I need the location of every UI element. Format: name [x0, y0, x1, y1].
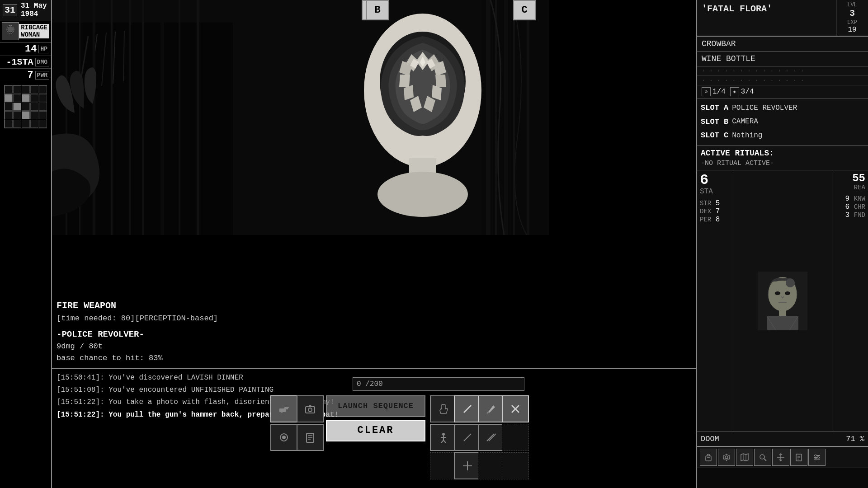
action-icon-x[interactable] [502, 395, 529, 422]
action-icon-plus[interactable] [454, 452, 481, 479]
left-panel: 31 31 May 1984 RIBCAGE WOMAN 14 HP -1STA… [0, 0, 52, 488]
log-line-1: [15:50:41]: You've discovered LAVISH DIN… [57, 372, 364, 384]
grid-cell [13, 103, 21, 111]
portrait-svg [758, 272, 807, 330]
combat-action: FIRE WEAPON [57, 299, 218, 313]
action-icon-knife[interactable] [478, 395, 505, 422]
slot-a-tag: SLOT A [701, 101, 728, 115]
dmg-row: -1STA DMG [0, 56, 51, 69]
grid-cell [5, 85, 13, 94]
item-wine-bottle: WINE BOTTLE [697, 52, 868, 66]
dmg-value: -1STA [6, 57, 33, 67]
str-label: STR [700, 200, 711, 207]
svg-point-37 [282, 436, 286, 439]
sta-big-label: STA [700, 188, 730, 196]
svg-rect-19 [197, 0, 199, 235]
pwr-row: 7 PWR [0, 69, 51, 82]
rituals-title: ACTIVE RITUALS: [701, 149, 864, 158]
grid-cell [5, 103, 13, 111]
action-icon-hand[interactable] [430, 395, 457, 422]
slot-c-button[interactable]: C [513, 0, 536, 20]
grid-cell [30, 103, 38, 111]
svg-line-50 [443, 440, 446, 443]
fnd-stat: 3 FND [835, 211, 865, 219]
svg-point-84 [815, 455, 816, 456]
action-icon-slash-2[interactable] [454, 424, 481, 451]
slot-c-item: SLOT C Nothing [701, 129, 864, 143]
action-icon-slash[interactable] [454, 395, 481, 422]
slot-b-button[interactable]: B [366, 0, 389, 20]
panel-icon-backpack[interactable] [700, 449, 717, 466]
rea-block: 55 REA 9 KNW 6 CHR 3 FND [832, 170, 868, 432]
date-text: 31 May 1984 [21, 2, 48, 18]
svg-rect-68 [706, 456, 711, 461]
grid-cell [13, 111, 21, 119]
pwr-value: 7 [27, 70, 33, 81]
clear-button[interactable]: CLEAR [326, 420, 425, 441]
knw-stat: 9 KNW [835, 195, 865, 203]
ammo-value-2: 3/4 [741, 88, 754, 96]
main-view: A B C [52, 0, 696, 488]
svg-line-51 [464, 434, 471, 441]
sta-block: 6 STA STR 5 DEX 7 PER 8 [697, 170, 733, 432]
grid-cell [39, 85, 47, 94]
svg-line-53 [489, 434, 496, 441]
combat-info: FIRE WEAPON [time needed: 80][PERCEPTION… [57, 299, 218, 364]
svg-rect-13 [93, 0, 95, 235]
right-panel-icons [697, 446, 868, 468]
action-icon-camera[interactable] [297, 395, 324, 422]
sta-big-value: 6 [700, 173, 730, 188]
combat-weapon: -POLICE REVOLVER- [57, 328, 218, 341]
ammo-item-1: ⊙ 1/4 [702, 87, 726, 96]
svg-point-46 [442, 433, 445, 436]
pwr-label: PWR [35, 71, 49, 80]
panel-icon-map[interactable] [736, 449, 753, 466]
action-icon-slash-3[interactable] [478, 424, 505, 451]
svg-rect-24 [481, 0, 549, 235]
ammo-value-1: 1/4 [712, 88, 726, 96]
svg-point-86 [815, 458, 817, 460]
chr-stat: 6 CHR [835, 203, 865, 211]
per-stat: PER 8 [700, 216, 730, 224]
action-icon-eye[interactable] [270, 424, 297, 451]
calendar-icon: 31 [3, 4, 17, 16]
grid-cell [13, 94, 21, 102]
empty-item-slot: · · · · · · · · · · · · · · [697, 66, 868, 76]
rituals-value: -NO RITUAL ACTIVE- [701, 160, 864, 167]
action-icon-gun[interactable] [270, 395, 297, 422]
knw-value: 9 [845, 195, 850, 203]
doom-row: DOOM 71 % [697, 432, 868, 446]
panel-icon-book[interactable] [790, 449, 807, 466]
empty-item-slot-2: · · · · · · · · · · · · · · [697, 76, 868, 85]
svg-rect-25 [486, 0, 491, 235]
combat-weapon-stats: 9dmg / 80t [57, 341, 218, 352]
svg-point-85 [817, 456, 819, 458]
exp-label: EXP [847, 19, 857, 26]
exp-value: 19 [848, 26, 856, 34]
fnd-label: FND [854, 211, 865, 219]
grid-cell [22, 85, 30, 94]
action-icon-figure[interactable] [430, 424, 457, 451]
right-panel: 'FATAL FLORA' LVL 3 EXP 19 CROWBAR WINE … [696, 0, 868, 488]
level-exp: LVL 3 EXP 19 [836, 0, 868, 36]
action-icon-empty[interactable] [502, 424, 529, 451]
svg-line-74 [764, 459, 766, 461]
launch-sequence-button[interactable]: LAUNCH SEQUENCE [326, 395, 425, 417]
combat-time-info: [time needed: 80][PERCEPTION-based] [57, 313, 218, 324]
panel-icon-gear[interactable] [718, 449, 735, 466]
svg-rect-29 [527, 0, 529, 235]
svg-rect-15 [129, 0, 131, 235]
str-stat: STR 5 [700, 199, 730, 207]
panel-icon-settings[interactable] [808, 449, 826, 466]
svg-line-42 [464, 405, 471, 413]
action-icon-book[interactable] [297, 424, 324, 451]
grid-map [4, 85, 47, 128]
right-panel-bottom: 6 STA STR 5 DEX 7 PER 8 [697, 170, 868, 446]
panel-icon-arrows[interactable] [772, 449, 789, 466]
panel-icon-search[interactable] [754, 449, 771, 466]
grid-cell [22, 103, 30, 111]
svg-line-49 [441, 440, 443, 443]
str-value: 5 [716, 199, 720, 207]
chr-label: CHR [854, 203, 865, 211]
slot-c-weapon: Nothing [732, 129, 762, 142]
